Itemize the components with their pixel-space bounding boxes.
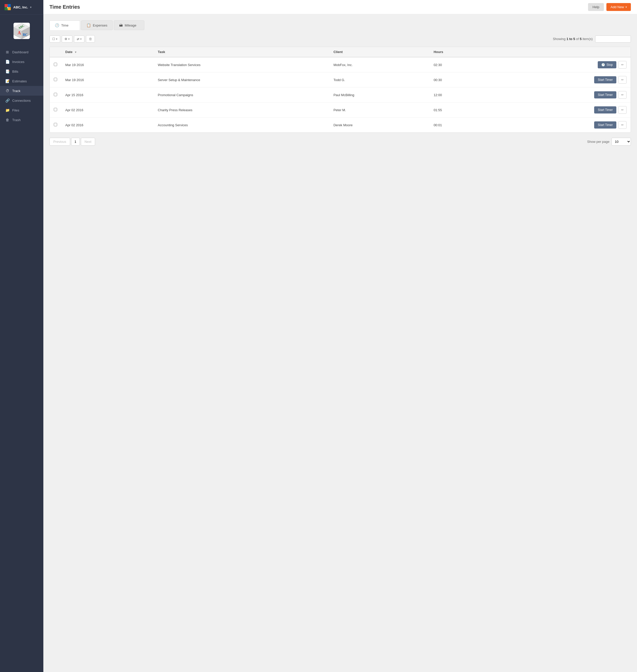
mileage-tab-icon: 🏔 <box>119 23 123 27</box>
previous-button[interactable]: Previous <box>50 138 70 146</box>
edit-button-5[interactable]: ✏ <box>618 121 626 129</box>
row-checkbox-cell <box>50 88 61 103</box>
trash-icon: 🗑 <box>5 118 10 122</box>
delete-button[interactable]: 🗑 <box>86 35 95 42</box>
company-chevron-icon: ▾ <box>30 6 31 9</box>
search-wrapper: 🔍 <box>595 35 631 42</box>
start-timer-button-3[interactable]: Start Timer <box>594 91 616 98</box>
start-timer-button-5[interactable]: Start Timer <box>594 121 616 129</box>
files-icon: 📁 <box>5 108 10 112</box>
add-new-button[interactable]: Add New ▾ <box>606 3 631 11</box>
tab-mileage[interactable]: 🏔 Mileage <box>114 20 144 30</box>
expenses-tab-icon: 📋 <box>87 23 91 27</box>
row-checkbox-1[interactable] <box>54 63 57 66</box>
tab-expenses-label: Expenses <box>93 23 107 27</box>
row-date-2: Mar 19 2016 <box>61 72 154 88</box>
tab-time[interactable]: 🕐 Time <box>50 20 80 30</box>
row-actions-4: Start Timer ✏ <box>491 103 631 117</box>
current-page: 1 <box>71 138 80 146</box>
row-checkbox-cell <box>50 117 61 133</box>
connections-icon: 🔗 <box>5 98 10 103</box>
row-checkbox-cell <box>50 103 61 117</box>
sidebar-logo-section: A BC ABC <box>0 15 43 45</box>
sidebar-item-estimates[interactable]: 📝 Estimates <box>0 76 43 86</box>
row-client-4: Peter M. <box>329 103 430 117</box>
per-page-row: Show per page 10 25 50 100 <box>587 138 631 146</box>
tab-mileage-label: Mileage <box>125 23 136 27</box>
tab-time-label: Time <box>61 23 68 27</box>
export-button[interactable]: ⇄ ▾ <box>74 35 85 42</box>
row-checkbox-4[interactable] <box>54 108 57 111</box>
row-hours-4: 01:55 <box>430 103 491 117</box>
row-actions-2: Start Timer ✏ <box>491 72 631 88</box>
sidebar-item-invoices[interactable]: 📄 Invoices <box>0 57 43 67</box>
row-checkbox-2[interactable] <box>54 78 57 81</box>
pagination: Previous 1 Next <box>50 138 95 146</box>
tab-expenses[interactable]: 📋 Expenses <box>81 20 113 30</box>
table-row: Apr 02 2016 Accounting Services Derek Mo… <box>50 117 631 133</box>
start-timer-button-4[interactable]: Start Timer <box>594 106 616 113</box>
toolbar-right: Showing 1 to 5 of 5 item(s) 🔍 <box>553 35 631 42</box>
header-date[interactable]: Date ▼ <box>61 47 154 57</box>
start-timer-button-2[interactable]: Start Timer <box>594 76 616 84</box>
stop-button-1[interactable]: 🕐 Stop <box>598 61 616 68</box>
sidebar-item-label: Trash <box>12 118 21 122</box>
edit-icon: ✏ <box>621 93 624 97</box>
table-row: Mar 19 2016 Server Setup & Maintenance T… <box>50 72 631 88</box>
sidebar-item-label: Dashboard <box>12 50 29 54</box>
search-input[interactable] <box>595 35 631 42</box>
bills-icon: 📑 <box>5 69 10 73</box>
app-logo-icon: A <box>4 4 11 11</box>
row-client-1: MobFox, Inc. <box>329 57 430 72</box>
row-task-5: Accounting Services <box>154 117 329 133</box>
sidebar-item-connections[interactable]: 🔗 Connections <box>0 96 43 105</box>
row-actions-1: 🕐 Stop ✏ <box>491 57 631 72</box>
topbar-actions: Help Add New ▾ <box>588 3 631 11</box>
pagination-row: Previous 1 Next Show per page 10 25 50 1… <box>50 138 631 146</box>
edit-icon: ✏ <box>621 108 624 112</box>
toolbar: ☐ ▾ ⚙ ▾ ⇄ ▾ 🗑 Showing 1 to 5 of 5 item(s… <box>50 35 631 42</box>
table-header: Date ▼ Task Client Hours <box>50 47 631 57</box>
edit-button-4[interactable]: ✏ <box>618 106 626 114</box>
per-page-select[interactable]: 10 25 50 100 <box>612 138 631 146</box>
settings-icon: ⚙ <box>65 37 67 41</box>
header-task: Task <box>154 47 329 57</box>
checkbox-icon: ☐ <box>52 37 55 41</box>
table-row: Mar 19 2016 Website Translation Services… <box>50 57 631 72</box>
select-all-button[interactable]: ☐ ▾ <box>50 35 60 42</box>
edit-icon: ✏ <box>621 78 624 81</box>
sidebar-item-files[interactable]: 📁 Files <box>0 105 43 115</box>
track-icon: ⏱ <box>5 89 10 93</box>
topbar: Time Entries Help Add New ▾ <box>43 0 637 14</box>
toolbar-left: ☐ ▾ ⚙ ▾ ⇄ ▾ 🗑 <box>50 35 95 42</box>
stop-clock-icon: 🕐 <box>601 63 605 67</box>
edit-icon: ✏ <box>621 123 624 127</box>
edit-button-2[interactable]: ✏ <box>618 76 626 84</box>
next-button[interactable]: Next <box>81 138 95 146</box>
add-new-caret-icon: ▾ <box>625 6 627 8</box>
row-date-4: Apr 02 2016 <box>61 103 154 117</box>
sidebar-item-track[interactable]: ⏱ Track <box>0 86 43 96</box>
table-body: Mar 19 2016 Website Translation Services… <box>50 57 631 132</box>
row-hours-2: 00:30 <box>430 72 491 88</box>
row-hours-5: 00:01 <box>430 117 491 133</box>
help-button[interactable]: Help <box>588 3 604 11</box>
row-checkbox-3[interactable] <box>54 93 57 96</box>
sidebar-item-trash[interactable]: 🗑 Trash <box>0 115 43 125</box>
sidebar-item-label: Connections <box>12 99 31 103</box>
delete-icon: 🗑 <box>89 37 92 41</box>
invoices-icon: 📄 <box>5 60 10 64</box>
add-new-label: Add New <box>611 5 624 9</box>
main-content: Time Entries Help Add New ▾ 🕐 Time 📋 Exp… <box>43 0 637 672</box>
header-client: Client <box>329 47 430 57</box>
sidebar-item-bills[interactable]: 📑 Bills <box>0 67 43 76</box>
svg-text:A: A <box>18 30 21 35</box>
settings-button[interactable]: ⚙ ▾ <box>62 35 72 42</box>
edit-button-1[interactable]: ✏ <box>618 61 626 69</box>
edit-button-3[interactable]: ✏ <box>618 91 626 99</box>
row-date-1: Mar 19 2016 <box>61 57 154 72</box>
row-checkbox-5[interactable] <box>54 123 57 126</box>
row-hours-3: 12:00 <box>430 88 491 103</box>
sidebar-header[interactable]: A ABC, Inc. ▾ <box>0 0 43 15</box>
sidebar-item-dashboard[interactable]: ⊞ Dashboard <box>0 47 43 57</box>
